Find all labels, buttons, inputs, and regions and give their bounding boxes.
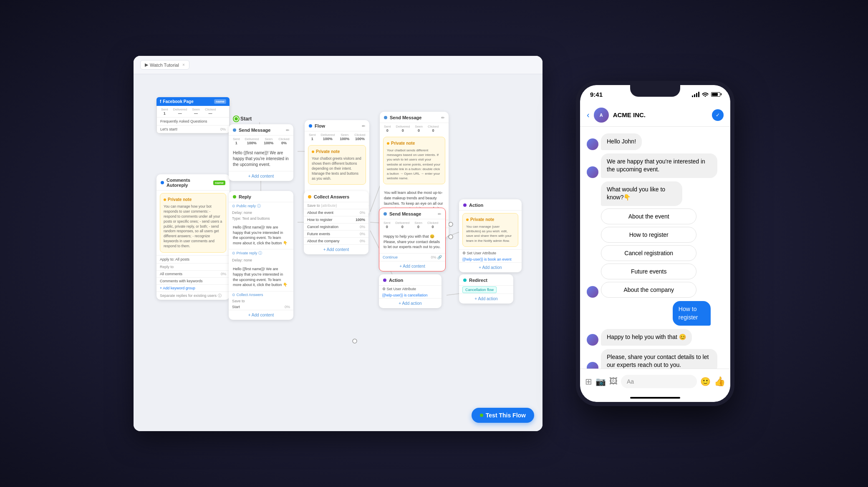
svg-point-12 [449, 235, 453, 239]
message-input[interactable]: Aa [621, 375, 697, 388]
company-name: ACME INC. [613, 111, 708, 118]
bot-avatar-4 [587, 334, 598, 346]
add-action-btn-redirect[interactable]: + Add action [459, 294, 513, 304]
main-container: ▶ Watch Tutorial × [0, 0, 868, 487]
bot-avatar-5 [587, 362, 598, 369]
redirect-node[interactable]: Redirect Cancellation flow + Add action [459, 274, 513, 304]
sent-message-row: How to register [673, 301, 724, 326]
bot-avatar-3 [587, 286, 598, 298]
test-flow-dot [480, 414, 483, 417]
back-button[interactable]: ‹ [587, 110, 590, 120]
status-icons [692, 92, 720, 97]
fb-node-header: f Facebook Page name [156, 97, 230, 106]
signal-icon [692, 92, 699, 97]
bot-avatar-1 [587, 138, 598, 150]
flow-topbar: ▶ Watch Tutorial × [134, 56, 542, 74]
quick-reply-future-events[interactable]: Future events [601, 264, 696, 279]
quick-reply-about-event[interactable]: About the event [601, 208, 696, 224]
add-action-btn-2[interactable]: + Add action [379, 298, 442, 308]
svg-point-11 [449, 222, 453, 226]
flow-builder-panel: ▶ Watch Tutorial × [134, 56, 542, 431]
camera-icon[interactable]: 📷 [595, 377, 606, 387]
start-dot [234, 116, 239, 121]
collect-answers-node[interactable]: Collect Answers Save to (attribute) Abou… [304, 191, 368, 254]
chat-input-bar: ⊞ 📷 🖼 Aa 🙂 👍 [580, 369, 730, 394]
quick-reply-about-company[interactable]: About the company [601, 282, 696, 298]
verified-badge: ✓ [712, 109, 724, 121]
sent-message-how-to-register: How to register [673, 301, 711, 326]
status-time: 9:41 [590, 91, 603, 98]
quick-reply-cancel[interactable]: Cancel registration [601, 245, 696, 261]
phone-mockup: 9:41 [576, 81, 734, 406]
chat-avatar: A [594, 108, 609, 123]
message-what-know: What would you like to know?👇 [601, 181, 682, 206]
message-row-2: We are happy that you're interested in t… [587, 153, 724, 178]
svg-point-13 [353, 339, 357, 343]
emoji-icon[interactable]: 🙂 [700, 377, 711, 387]
add-content-btn-collect[interactable]: + Add content [304, 244, 368, 254]
wifi-icon [702, 92, 709, 97]
action-node-1[interactable]: Action Private note You can manage {user… [459, 199, 522, 272]
phone-screen: 9:41 [580, 85, 730, 402]
chat-header: ‹ A ACME INC. ✓ [580, 103, 730, 127]
send-message-node-1[interactable]: Send Message ✏ Sent1 Delivered100% Seen1… [229, 124, 293, 181]
message-interested: We are happy that you're interested in t… [601, 153, 717, 178]
quick-reply-how-to-register[interactable]: How to register [601, 227, 696, 243]
start-node: Start [234, 116, 252, 122]
watch-tutorial-btn[interactable]: ▶ Watch Tutorial × [140, 60, 189, 70]
photo-icon[interactable]: 🖼 [609, 377, 618, 386]
reply-node[interactable]: Reply ⊙ Public reply ⓘ Delay: none Type:… [229, 191, 293, 320]
add-content-btn-1[interactable]: + Add content [229, 171, 293, 181]
grid-icon[interactable]: ⊞ [585, 377, 592, 387]
add-content-btn-reply[interactable]: + Add content [229, 310, 293, 320]
test-flow-button[interactable]: Test This Flow [472, 408, 534, 423]
start-label: Start [240, 116, 252, 122]
comments-private-note: Private note You can manage how your bot… [160, 193, 226, 253]
message-contact-details: Please, share your contact details to le… [601, 349, 717, 369]
flow-canvas: Start f Facebook Page name Sent1 Deliver… [134, 74, 542, 431]
facebook-page-node[interactable]: f Facebook Page name Sent1 Delivered— Se… [156, 97, 230, 133]
home-bar [630, 397, 680, 399]
message-row-1: Hello John! [587, 133, 724, 150]
bot-avatar-2 [587, 166, 598, 178]
message-row-3: What would you like to know?👇 About the … [587, 181, 724, 298]
phone-notch [630, 85, 680, 97]
message-row-response-1: Happy to help you with that 😊 [587, 329, 724, 346]
message-hello: Hello John! [601, 133, 642, 150]
home-indicator [580, 394, 730, 402]
action-node-2[interactable]: Action ⚙ Set User Attribute {{help-user}… [379, 274, 442, 308]
send-message-node-3[interactable]: Send Message ✏ Sent0 Delivered0 Seen0 Cl… [379, 208, 446, 271]
message-happy-help: Happy to help you with that 😊 [601, 329, 692, 346]
add-action-btn-1[interactable]: + Add action [459, 262, 522, 272]
add-content-btn-sm3[interactable]: + Add content [379, 261, 445, 271]
chat-messages: Hello John! We are happy that you're int… [580, 127, 730, 369]
battery-icon [711, 92, 720, 97]
like-icon[interactable]: 👍 [714, 376, 725, 387]
message-row-response-2: Please, share your contact details to le… [587, 349, 724, 369]
comments-autoreply-node[interactable]: Comments Autoreply name Private note You… [156, 174, 230, 300]
